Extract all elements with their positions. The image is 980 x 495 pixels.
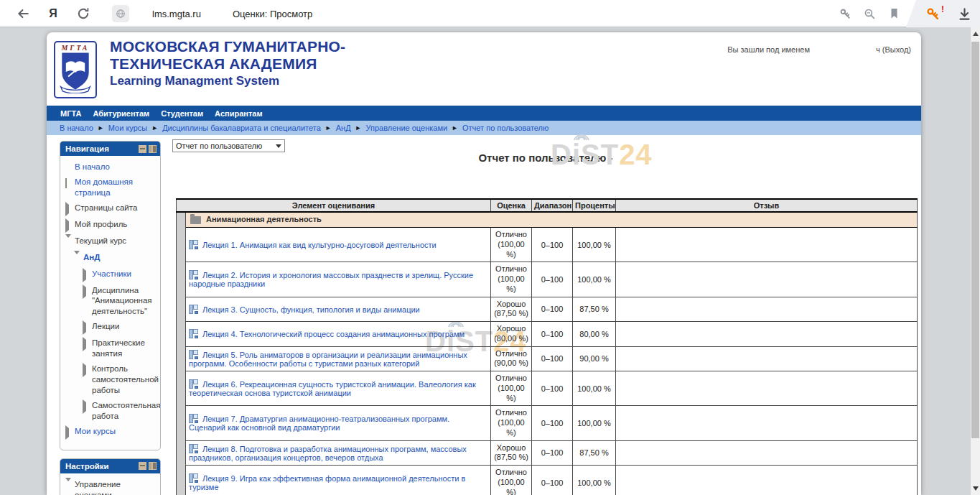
- page-title: Отчет по пользователю -: [172, 152, 919, 164]
- navigation-item[interactable]: Самостоятельная работа: [83, 400, 157, 422]
- navigation-item[interactable]: Мои курсы: [65, 426, 157, 438]
- expand-right-icon[interactable]: [83, 284, 86, 299]
- lesson-icon: [189, 414, 199, 423]
- navbar-item[interactable]: Абитуриентам: [93, 109, 149, 118]
- indent-cell: [177, 228, 186, 262]
- navigation-item[interactable]: АнД: [74, 252, 157, 264]
- navigation-item[interactable]: Страницы сайта: [65, 203, 157, 215]
- navigation-item[interactable]: Моя домашняя страница: [65, 177, 157, 198]
- settings-item-label: Управление оценками: [75, 479, 157, 495]
- address-url[interactable]: lms.mgta.ru: [152, 9, 201, 19]
- expand-right-icon[interactable]: [83, 337, 86, 351]
- grade-item-link[interactable]: Лекция 2. История и хронология массовых …: [189, 271, 473, 288]
- item-cell: Лекция 4. Технологический процесс создан…: [186, 322, 491, 347]
- breadcrumb-link[interactable]: Отчет по пользователю: [462, 124, 549, 132]
- percent-cell: 87,50 %: [573, 440, 616, 466]
- collapse-down-icon[interactable]: [65, 478, 71, 490]
- navigation-item[interactable]: Контроль самостоятельной работы: [83, 364, 157, 396]
- page-scrollbar[interactable]: [971, 27, 980, 495]
- grade-item-link[interactable]: Лекция 3. Сущность, функция, типология и…: [202, 305, 420, 314]
- academy-logo: МГТА: [54, 41, 97, 98]
- percent-cell: 100,00 %: [573, 406, 616, 440]
- range-cell: 0–100: [532, 262, 573, 297]
- breadcrumb-link[interactable]: Мои курсы: [108, 124, 147, 132]
- logout-link[interactable]: ч (Выход): [876, 45, 911, 54]
- grade-cell: Отлично(100,00 %): [491, 262, 532, 297]
- breadcrumb-link[interactable]: Дисциплины бакалавриата и специалитета: [162, 124, 321, 132]
- grade-item-link[interactable]: Лекция 5. Роль аниматоров в организации …: [189, 351, 467, 368]
- indent-cell: [177, 212, 186, 228]
- navigation-item[interactable]: Участники: [83, 269, 157, 281]
- navigation-item[interactable]: Практические занятия: [83, 338, 157, 359]
- block-dock-icon[interactable]: [149, 145, 157, 153]
- scrollbar-up-arrow-icon[interactable]: [973, 32, 979, 36]
- report-type-select[interactable]: Отчет по пользователю: [172, 139, 285, 152]
- expand-right-icon[interactable]: [83, 268, 86, 282]
- collapse-down-icon[interactable]: [65, 234, 71, 246]
- bullet-square-icon: [65, 178, 67, 188]
- settings-item[interactable]: Управление оценками: [65, 479, 157, 495]
- folder-icon: [190, 216, 201, 224]
- navigation-item-label: Мои курсы: [75, 426, 116, 438]
- item-cell: Лекция 8. Подготовка и разработка анимац…: [186, 440, 491, 466]
- navbar-item[interactable]: МГТА: [60, 109, 81, 118]
- navigation-block-title: Навигация: [65, 144, 109, 153]
- grade-item-link[interactable]: Лекция 1. Анимация как вид культурно-дос…: [202, 241, 437, 249]
- grade-cell: Отлично(90,00 %): [491, 346, 532, 371]
- bookmark-icon[interactable]: [887, 6, 901, 21]
- expand-right-icon[interactable]: [83, 363, 86, 377]
- expand-right-icon[interactable]: [65, 425, 69, 440]
- scrollbar-thumb[interactable]: [971, 42, 979, 438]
- back-icon[interactable]: [16, 6, 30, 21]
- grade-cell: Отлично(100,00 %): [491, 371, 532, 406]
- settings-block: Настройки Управление оценкамиОбзорный от…: [60, 458, 161, 495]
- expand-right-icon[interactable]: [65, 202, 69, 216]
- collapse-down-icon[interactable]: [74, 251, 80, 263]
- expand-right-icon[interactable]: [83, 320, 86, 335]
- breadcrumb-link[interactable]: В начало: [60, 124, 93, 132]
- tab-title: Оценки: Просмотр: [233, 9, 312, 19]
- yandex-icon[interactable]: Я: [46, 6, 60, 21]
- grade-cell: Отлично(100,00 %): [491, 228, 532, 262]
- download-icon[interactable]: [957, 6, 971, 21]
- scrollbar-down-arrow-icon[interactable]: [973, 486, 979, 491]
- feedback-cell: [616, 262, 918, 297]
- breadcrumb-link[interactable]: Управление оценками: [366, 124, 448, 132]
- percent-cell: 100,00 %: [573, 466, 616, 495]
- grade-item-link[interactable]: Лекция 4. Технологический процесс создан…: [202, 330, 465, 338]
- navigation-item[interactable]: В начало: [65, 162, 157, 172]
- percent-cell: 90,00 %: [573, 346, 616, 371]
- grade-item-link[interactable]: Лекция 9. Игра как эффективная форма ани…: [189, 474, 465, 491]
- range-cell: 0–100: [532, 228, 573, 262]
- block-dock-icon[interactable]: [149, 462, 157, 470]
- expand-right-icon[interactable]: [83, 399, 86, 414]
- expand-right-icon[interactable]: [65, 218, 69, 233]
- block-collapse-icon[interactable]: [139, 462, 146, 470]
- navigation-item[interactable]: Дисциплина "Анимационная деятельность": [83, 285, 157, 318]
- zoom-search-icon[interactable]: [862, 6, 877, 21]
- dist24-watermark: DiST24: [551, 139, 653, 171]
- navigation-item[interactable]: Лекции: [83, 321, 157, 333]
- grade-row: Лекция 5. Роль аниматоров в организации …: [177, 346, 918, 371]
- grade-item-link[interactable]: Лекция 8. Подготовка и разработка анимац…: [189, 445, 467, 462]
- navigation-item[interactable]: Текущий курс: [65, 236, 157, 248]
- sidebar: Навигация В началоМоя домашняя страницаС…: [60, 141, 161, 495]
- breadcrumb-separator-icon: ►: [355, 124, 362, 131]
- navigation-item-label: Текущий курс: [75, 236, 126, 248]
- navbar-item[interactable]: Аспирантам: [215, 109, 262, 118]
- grade-cell: Хорошо(87,50 %): [491, 440, 532, 466]
- feedback-cell: [616, 371, 918, 406]
- refresh-icon[interactable]: [76, 6, 90, 21]
- grade-item-link[interactable]: Лекция 6. Рекреационная сущность туристс…: [189, 380, 476, 397]
- logo-abbr-text: МГТА: [61, 44, 89, 52]
- navbar-item[interactable]: Студентам: [161, 109, 203, 118]
- navigation-item[interactable]: Мой профиль: [65, 219, 157, 231]
- grade-item-link[interactable]: Лекция 7. Драматургия анимационно-театра…: [189, 415, 449, 432]
- breadcrumb-link[interactable]: АнД: [336, 124, 351, 132]
- grade-row: Лекция 9. Игра как эффективная форма ани…: [177, 466, 918, 495]
- navigation-item-label: Практические занятия: [92, 338, 157, 359]
- protect-password-alert-icon[interactable]: !: [925, 6, 940, 21]
- block-collapse-icon[interactable]: [139, 145, 146, 153]
- password-key-icon[interactable]: [838, 6, 852, 21]
- site-title-line2: ТЕХНИЧЕСКАЯ АКАДЕМИЯ: [110, 55, 345, 73]
